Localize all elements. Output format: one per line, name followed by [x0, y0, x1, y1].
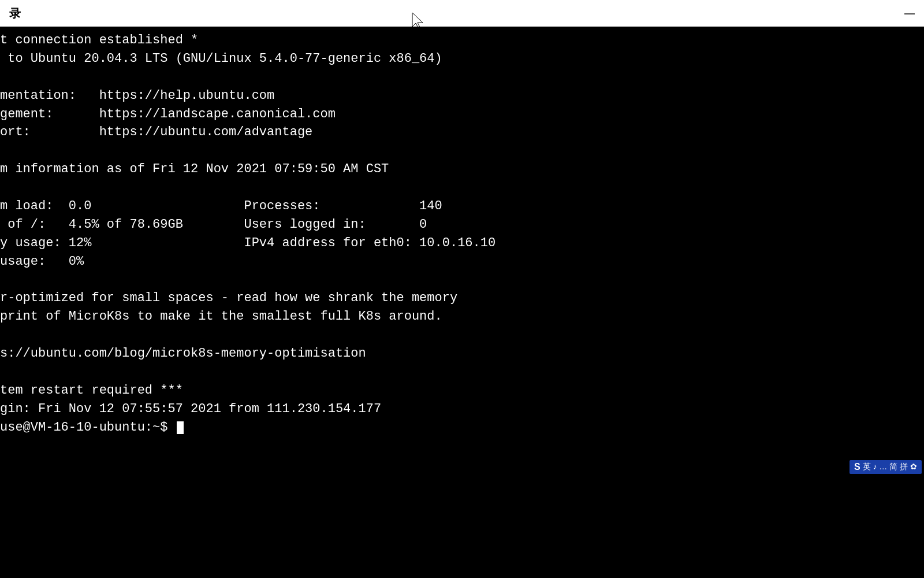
prompt-line: use@VM-16-10-ubuntu:~$ — [0, 418, 924, 437]
ime-toolbar[interactable]: S 英 ♪ … 简 拼 ✿ — [850, 460, 922, 474]
minimize-button[interactable]: — — [904, 8, 915, 20]
ime-label: 英 ♪ … 简 拼 ✿ — [863, 462, 917, 472]
titlebar-title: 录 — [9, 6, 21, 21]
terminal-cursor — [177, 421, 184, 434]
terminal-output: t connection established * to Ubuntu 20.… — [0, 31, 924, 418]
ime-logo: S — [854, 462, 860, 472]
terminal[interactable]: t connection established * to Ubuntu 20.… — [0, 27, 924, 578]
prompt-text: use@VM-16-10-ubuntu:~$ — [0, 418, 176, 437]
titlebar: 录 — — [0, 0, 924, 27]
